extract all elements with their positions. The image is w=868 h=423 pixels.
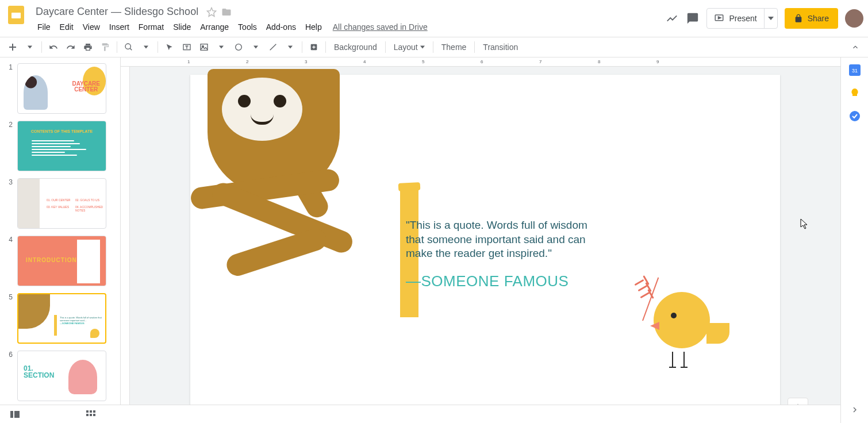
transition-button[interactable]: Transition (478, 40, 523, 54)
leaf-icon (626, 275, 658, 321)
menu-arrange[interactable]: Arrange (196, 20, 233, 34)
quote-textbox[interactable]: "This is a quote. Words full of wisdom t… (406, 218, 601, 261)
collapse-toolbar-icon[interactable] (847, 39, 863, 55)
toolbar: Background Layout Theme Transition (0, 37, 868, 57)
share-label: Share (808, 14, 829, 23)
vertical-ruler[interactable] (121, 67, 130, 423)
canvas-scroll[interactable]: "This is a quote. Words full of wisdom t… (130, 67, 840, 423)
menu-slide[interactable]: Slide (169, 20, 195, 34)
svg-rect-26 (90, 410, 92, 413)
header-right: Present Share (665, 3, 863, 29)
menu-addons[interactable]: Add-ons (262, 20, 300, 34)
collapse-side-panel-icon[interactable] (850, 405, 859, 416)
menu-file[interactable]: File (33, 20, 55, 34)
svg-line-8 (130, 48, 132, 50)
svg-marker-9 (144, 46, 148, 49)
cursor-icon (800, 218, 808, 230)
account-avatar[interactable] (845, 9, 863, 28)
slide-thumb-1[interactable]: 1 DAYCARECENTER (0, 60, 120, 117)
svg-marker-13 (219, 46, 224, 49)
svg-rect-23 (10, 411, 13, 418)
svg-marker-15 (254, 46, 258, 49)
main-area: 1 DAYCARECENTER 2 CONTENTS OF THIS TEMPL… (0, 57, 868, 423)
title-area: Daycare Center — Slidesgo School File Ed… (32, 3, 665, 36)
select-tool[interactable] (162, 39, 178, 55)
svg-rect-30 (93, 414, 95, 416)
calendar-addon-icon[interactable]: 31 (849, 64, 861, 76)
slide-thumb-6[interactable]: 6 01.SECTION (0, 347, 120, 405)
svg-marker-2 (208, 7, 216, 16)
svg-rect-24 (14, 411, 20, 418)
svg-marker-5 (768, 17, 774, 20)
menu-edit[interactable]: Edit (56, 20, 78, 34)
canvas-area: 1 2 3 4 5 6 7 8 9 (121, 57, 840, 423)
filmstrip-view-icon[interactable] (9, 409, 21, 420)
new-slide-dropdown[interactable] (22, 39, 38, 55)
author-textbox[interactable]: —SOMEONE FAMOUS (406, 272, 569, 290)
svg-line-16 (270, 44, 276, 51)
app-header: Daycare Center — Slidesgo School File Ed… (0, 0, 868, 37)
paint-format-button[interactable] (97, 39, 113, 55)
svg-rect-27 (93, 410, 95, 413)
horizontal-ruler[interactable]: 1 2 3 4 5 6 7 8 9 (121, 57, 840, 67)
zoom-dropdown[interactable] (138, 39, 154, 55)
new-slide-button[interactable] (5, 39, 21, 55)
undo-button[interactable] (45, 39, 62, 55)
keep-addon-icon[interactable] (849, 87, 861, 99)
line-tool[interactable] (265, 39, 281, 55)
print-button[interactable] (80, 39, 96, 55)
slide-thumb-4[interactable]: 4 INTRODUCTION (0, 232, 120, 290)
slide-thumb-2[interactable]: 2 CONTENTS OF THIS TEMPLATE (0, 117, 120, 175)
svg-rect-29 (90, 414, 92, 416)
line-dropdown[interactable] (282, 39, 298, 55)
right-sidebar: 31 (840, 57, 868, 423)
present-button[interactable]: Present (706, 8, 777, 29)
theme-button[interactable]: Theme (437, 40, 471, 54)
svg-rect-11 (201, 44, 208, 51)
menu-format[interactable]: Format (135, 20, 168, 34)
svg-marker-6 (28, 46, 32, 49)
image-dropdown[interactable] (213, 39, 229, 55)
slide-thumb-5[interactable]: 5 This is a quote. Words full of wisdom … (0, 290, 120, 347)
slides-app-icon[interactable] (5, 3, 28, 26)
document-title[interactable]: Daycare Center — Slidesgo School (32, 5, 202, 19)
redo-button[interactable] (63, 39, 79, 55)
background-button[interactable]: Background (329, 40, 382, 54)
menu-bar: File Edit View Insert Format Slide Arran… (32, 20, 665, 36)
knitted-toy-image[interactable] (190, 69, 380, 282)
menu-help[interactable]: Help (301, 20, 326, 34)
slide-canvas[interactable]: "This is a quote. Words full of wisdom t… (190, 75, 780, 406)
svg-rect-1 (11, 13, 21, 18)
layout-button[interactable]: Layout (389, 40, 429, 54)
move-folder-icon[interactable] (221, 7, 232, 17)
svg-rect-28 (86, 414, 89, 416)
image-tool[interactable] (196, 39, 212, 55)
menu-insert[interactable]: Insert (105, 20, 133, 34)
shape-tool[interactable] (231, 39, 247, 55)
save-status[interactable]: All changes saved in Drive (327, 20, 433, 34)
slide-thumb-3[interactable]: 3 01. OUR CENTER03. KEY VALUES02. GOALS … (0, 175, 120, 232)
share-button[interactable]: Share (785, 8, 838, 29)
activity-icon[interactable] (665, 11, 679, 25)
svg-point-7 (125, 44, 130, 49)
shape-dropdown[interactable] (248, 39, 264, 55)
comment-button[interactable] (306, 39, 322, 55)
filmstrip[interactable]: 1 DAYCARECENTER 2 CONTENTS OF THIS TEMPL… (0, 57, 121, 423)
grid-view-icon[interactable] (85, 409, 97, 420)
menu-tools[interactable]: Tools (234, 20, 261, 34)
svg-marker-4 (719, 17, 721, 19)
svg-marker-19 (420, 46, 425, 49)
menu-view[interactable]: View (79, 20, 104, 34)
present-dropdown[interactable] (764, 9, 777, 28)
tasks-addon-icon[interactable] (849, 110, 861, 122)
svg-marker-17 (288, 46, 293, 49)
zoom-button[interactable] (121, 39, 137, 55)
star-icon[interactable] (206, 7, 217, 17)
svg-point-22 (850, 111, 860, 121)
svg-text:31: 31 (851, 68, 857, 74)
present-label: Present (729, 14, 756, 23)
textbox-tool[interactable] (179, 39, 195, 55)
comments-icon[interactable] (686, 11, 700, 25)
bird-illustration[interactable] (642, 280, 723, 367)
bottom-bar (0, 405, 840, 423)
